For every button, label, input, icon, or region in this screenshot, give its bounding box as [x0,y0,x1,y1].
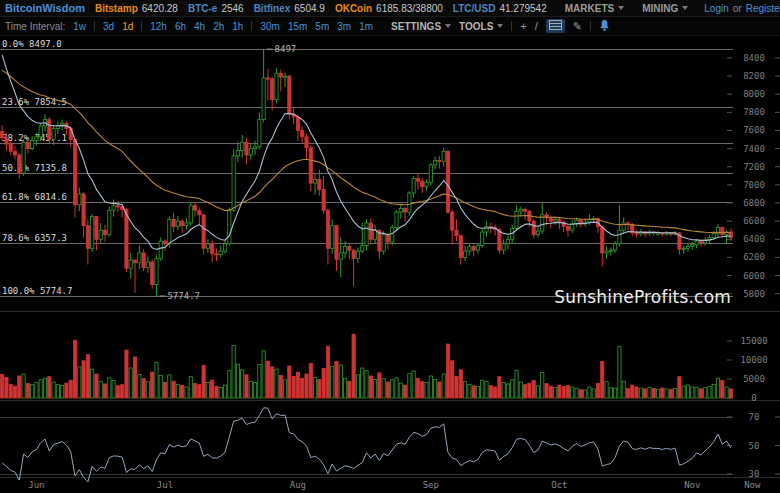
volume-bar [652,389,655,399]
volume-bar [369,376,372,398]
volume-bar [455,376,458,398]
volume-bar [524,385,527,398]
candle-body [52,129,55,140]
candle-body [343,247,346,253]
volume-bar [378,373,381,398]
candle-body [451,212,454,230]
volume-bar [429,376,432,398]
volume-bar [185,387,188,398]
volume-bar [584,390,587,398]
candle-body [442,151,445,161]
volume-bar [35,382,38,398]
candle-body [691,245,694,247]
volume-bar [206,382,209,398]
volume-tick-label: 5000 [743,374,765,384]
candle-body [125,209,128,268]
volume-bar [48,377,51,398]
volume-bar [228,371,231,398]
price-axis: 5800600062006400660068007000720074007600… [727,53,780,299]
volume-bar [82,361,85,398]
candle-body [176,221,179,226]
chart-canvas[interactable]: 0.0% 8497.023.6% 7854.538.2% 7457.150.0%… [0,0,780,493]
candle-body [5,138,8,144]
candle-body [425,182,428,187]
candle-body [95,217,98,240]
volume-bar [502,382,505,398]
volume-bar [296,372,299,398]
volume-bar [343,378,346,398]
volume-bar [639,388,642,398]
candle-body [253,147,256,149]
volume-bar [515,370,518,398]
volume-bar [339,365,342,398]
candle-body [348,247,351,251]
candle-body [416,179,419,182]
price-tick-label: 7200 [743,162,765,172]
watermark: SunshineProfits.com [554,287,731,307]
volume-bar [189,377,192,398]
volume-bar [536,386,539,398]
candle-body [408,193,411,212]
volume-bar [78,367,81,398]
candle-body [558,219,561,222]
volume-bar [562,387,565,398]
candle-body [1,131,4,137]
price-tick-label: 8000 [743,89,765,99]
candle-body [241,142,244,150]
candle-body [326,210,329,248]
price-tick-label: 6200 [743,252,765,262]
volume-bar [403,385,406,398]
candle-body [73,140,76,205]
volume-bar [9,384,12,398]
candle-body [438,160,441,161]
candle-body [421,181,424,186]
candle-body [635,233,638,234]
candle-body [365,223,368,246]
volume-bar [391,380,394,398]
candle-body [151,262,154,285]
candle-body [476,246,479,251]
volume-bar [43,378,46,398]
fib-label: 23.6% 7854.5 [2,97,67,107]
candle-body [305,137,308,148]
candle-body [524,209,527,211]
candle-body [112,206,115,211]
price-tick-label: 7800 [743,107,765,117]
volume-bar [279,376,282,398]
candle-body [133,260,136,263]
candle-body [288,76,291,114]
volume-bar [699,389,702,398]
candle-body [446,151,449,212]
candle-body [266,78,269,79]
volume-bar [172,381,175,398]
volume-bar [386,382,389,398]
volume-bar [532,381,535,398]
candle-body [39,126,42,137]
volume-bar [39,380,42,398]
volume-bar [271,367,274,398]
candle-body [386,235,389,242]
fib-retracement: 0.0% 8497.023.6% 7854.538.2% 7457.150.0%… [0,39,733,297]
candle-body [138,253,141,263]
candle-body [249,149,252,155]
volume-bar [1,374,4,398]
volume-bar [31,385,34,398]
volume-bar [609,388,612,398]
volume-bar [421,382,424,398]
volume-bar [142,379,145,398]
candle-body [22,142,25,173]
candle-body [549,218,552,222]
candle-body [339,253,342,259]
volume-bar [476,387,479,398]
candle-body [502,244,505,250]
candle-body [232,156,235,210]
volume-bar [69,380,72,398]
x-axis-label: Jul [157,480,173,490]
candle-body [163,241,166,244]
volume-bar [151,372,154,398]
candle-body [468,247,471,252]
volume-bar [644,389,647,398]
candle-body [301,130,304,136]
candle-body [412,179,415,194]
candle-body [485,227,488,232]
